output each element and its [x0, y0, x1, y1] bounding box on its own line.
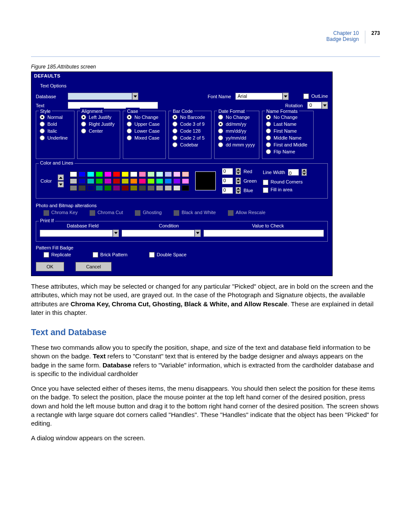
- color-swatch[interactable]: [165, 178, 172, 184]
- color-swatch[interactable]: [156, 171, 163, 177]
- barcode-list-option[interactable]: Code 2 of 5: [172, 134, 208, 141]
- color-swatch[interactable]: [78, 171, 86, 177]
- color-swatch[interactable]: [139, 171, 146, 177]
- alignment-list-option[interactable]: Left Justify: [81, 114, 116, 121]
- color-swatch[interactable]: [139, 178, 146, 184]
- nameformats-list-option[interactable]: Last Name: [266, 121, 310, 128]
- dateformat-list-option[interactable]: No Change: [218, 114, 255, 121]
- color-swatch[interactable]: [147, 185, 155, 191]
- red-down[interactable]: [236, 171, 241, 175]
- color-swatch[interactable]: [87, 185, 94, 191]
- color-swatch[interactable]: [78, 178, 86, 184]
- nameformats-list-option[interactable]: First and Middle: [266, 141, 310, 148]
- case-list-option[interactable]: Upper Case: [127, 121, 162, 128]
- brick-checkbox[interactable]: Brick Pattern: [93, 252, 128, 258]
- case-list-option[interactable]: Lower Case: [127, 128, 162, 134]
- cancel-button[interactable]: Cancel: [75, 262, 112, 271]
- green-up[interactable]: [236, 177, 241, 181]
- barcode-list-option[interactable]: No Barcode: [172, 114, 208, 121]
- case-list-option[interactable]: Mixed Case: [127, 134, 162, 141]
- fontname-value[interactable]: Arial: [235, 93, 283, 100]
- color-swatch[interactable]: [96, 185, 103, 191]
- blue-up[interactable]: [236, 187, 241, 190]
- color-swatch[interactable]: [165, 171, 172, 177]
- fontname-dropdown-btn[interactable]: [283, 93, 289, 100]
- alignment-list-option[interactable]: Center: [81, 128, 116, 134]
- fillarea-checkbox[interactable]: Fill in area: [263, 187, 293, 192]
- style-list-option[interactable]: Normal: [40, 114, 71, 121]
- color-swatch[interactable]: [104, 178, 112, 184]
- color-swatch[interactable]: [87, 171, 94, 177]
- valuecheck-input[interactable]: [203, 230, 324, 237]
- outline-checkbox[interactable]: OutLine: [303, 93, 328, 100]
- style-list-option[interactable]: Bold: [40, 121, 71, 128]
- double-checkbox[interactable]: Double Space: [149, 252, 187, 258]
- style-list-option[interactable]: Underline: [40, 134, 71, 141]
- color-swatch[interactable]: [70, 178, 77, 184]
- color-swatch[interactable]: [156, 178, 163, 184]
- dateformat-list-option[interactable]: yy/mm/dd: [218, 134, 255, 141]
- replicate-checkbox[interactable]: Replicate: [44, 252, 71, 258]
- linewidth-up[interactable]: [302, 169, 307, 172]
- barcode-list-option[interactable]: Code 128: [172, 128, 208, 134]
- color-swatch[interactable]: [173, 185, 181, 191]
- linewidth-input[interactable]: 0: [288, 169, 299, 176]
- color-swatch[interactable]: [173, 178, 181, 184]
- color-swatch[interactable]: [182, 171, 189, 177]
- database-dropdown-btn[interactable]: [132, 93, 138, 100]
- red-up[interactable]: [236, 168, 241, 171]
- nameformats-list-option[interactable]: First Name: [266, 128, 310, 134]
- color-palette[interactable]: [70, 171, 189, 191]
- palette-up[interactable]: [58, 174, 64, 180]
- database-dropdown[interactable]: [68, 93, 132, 100]
- ok-button[interactable]: OK: [36, 262, 64, 271]
- alignment-list-option[interactable]: Right Justify: [81, 121, 116, 128]
- condition-dropdown[interactable]: [121, 230, 195, 237]
- blue-down[interactable]: [236, 190, 241, 194]
- color-swatch[interactable]: [173, 171, 181, 177]
- condition-dropdown-btn[interactable]: [195, 230, 201, 237]
- blue-input[interactable]: 0: [222, 187, 233, 194]
- green-input[interactable]: 0: [222, 177, 233, 184]
- dbfield-dropdown-btn[interactable]: [113, 230, 119, 237]
- color-swatch[interactable]: [104, 171, 112, 177]
- color-swatch[interactable]: [113, 171, 120, 177]
- color-swatch[interactable]: [130, 185, 137, 191]
- nameformats-list-option[interactable]: No Change: [266, 114, 310, 121]
- color-swatch[interactable]: [121, 185, 129, 191]
- case-list-option[interactable]: No Change: [127, 114, 162, 121]
- palette-down[interactable]: [58, 181, 64, 187]
- barcode-list-option[interactable]: Code 3 of 9: [172, 121, 208, 128]
- roundcorners-checkbox[interactable]: Round Corners: [263, 179, 303, 184]
- dbfield-dropdown[interactable]: [40, 230, 113, 237]
- color-swatch[interactable]: [70, 185, 77, 191]
- rotation-value[interactable]: 0: [307, 102, 322, 109]
- color-swatch[interactable]: [104, 185, 112, 191]
- color-swatch[interactable]: [121, 178, 129, 184]
- color-swatch[interactable]: [182, 178, 189, 184]
- color-swatch[interactable]: [113, 178, 120, 184]
- dateformat-list-option[interactable]: mm/dd/yy: [218, 128, 255, 134]
- color-swatch[interactable]: [156, 185, 163, 191]
- color-swatch[interactable]: [96, 178, 103, 184]
- color-swatch[interactable]: [147, 171, 155, 177]
- barcode-list-option[interactable]: Codebar: [172, 141, 208, 148]
- dateformat-list-option[interactable]: dd/mm/yy: [218, 121, 255, 128]
- color-swatch[interactable]: [147, 178, 155, 184]
- red-input[interactable]: 0: [222, 168, 233, 175]
- nameformats-list-option[interactable]: Flip Name: [266, 148, 310, 155]
- color-swatch[interactable]: [70, 171, 77, 177]
- color-swatch[interactable]: [130, 171, 137, 177]
- color-swatch[interactable]: [87, 178, 94, 184]
- color-swatch[interactable]: [113, 185, 120, 191]
- linewidth-down[interactable]: [302, 172, 307, 176]
- color-swatch[interactable]: [130, 178, 137, 184]
- color-swatch[interactable]: [165, 185, 172, 191]
- green-down[interactable]: [236, 181, 241, 184]
- dateformat-list-option[interactable]: dd mmm yyyy: [218, 141, 255, 148]
- color-swatch[interactable]: [96, 171, 103, 177]
- rotation-dropdown-btn[interactable]: [322, 102, 328, 109]
- nameformats-list-option[interactable]: Middle Name: [266, 134, 310, 141]
- color-swatch[interactable]: [139, 185, 146, 191]
- style-list-option[interactable]: Italic: [40, 128, 71, 134]
